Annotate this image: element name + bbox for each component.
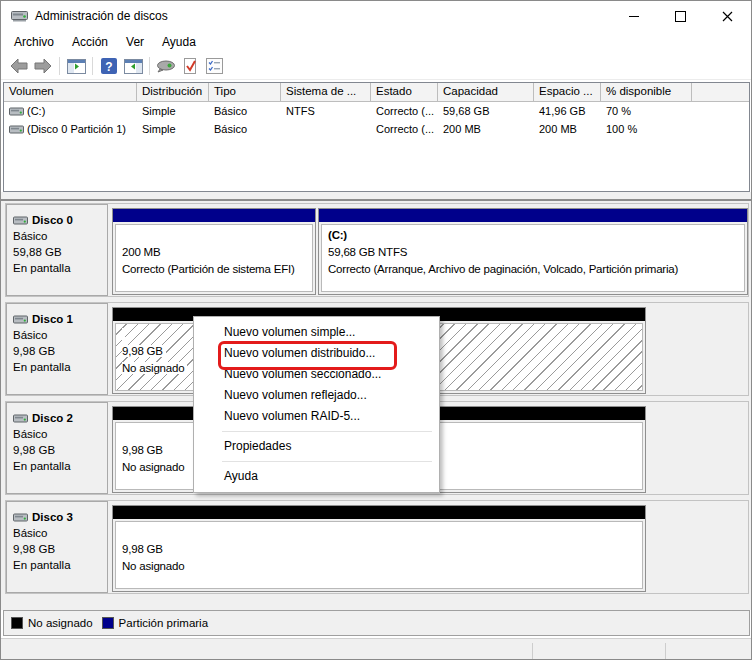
legend-label: No asignado: [28, 617, 93, 629]
partition-efi[interactable]: 200 MB Correcto (Partición de sistema EF…: [112, 208, 316, 295]
cell-volumen: (C:): [27, 105, 45, 117]
svg-text:?: ?: [105, 60, 112, 74]
maximize-icon: [675, 11, 686, 22]
header-estado[interactable]: Estado: [371, 83, 438, 102]
maximize-button[interactable]: [657, 1, 704, 31]
menu-item-nuevo-volumen-raid5[interactable]: Nuevo volumen RAID-5...: [194, 406, 439, 427]
list-options-button[interactable]: [202, 55, 226, 77]
cell-estado: Correcto (...: [371, 123, 438, 135]
legend-label: Partición primaria: [119, 617, 208, 629]
toolbar-separator: [59, 57, 60, 75]
check-document-icon: [181, 58, 199, 74]
table-row[interactable]: (Disco 0 Partición 1) Simple Básico Corr…: [4, 120, 749, 138]
disk-size: 9,98 GB: [13, 442, 107, 458]
menu-separator: [222, 461, 432, 462]
screen-tip-button[interactable]: [154, 55, 178, 77]
cell-capacidad: 59,68 GB: [438, 105, 534, 117]
cell-volumen: (Disco 0 Partición 1): [27, 123, 126, 135]
partition-status: Correcto (Partición de sistema EFI): [122, 261, 312, 278]
minimize-button[interactable]: [610, 1, 657, 31]
menu-ayuda[interactable]: Ayuda: [153, 31, 205, 53]
menu-item-nuevo-volumen-distribuido[interactable]: Nuevo volumen distribuido...: [194, 343, 439, 364]
help-button[interactable]: ?: [97, 55, 121, 77]
minimize-icon: [629, 16, 639, 17]
cell-tipo: Básico: [209, 105, 281, 117]
disk-label-disco-3[interactable]: Disco 3 Básico 9,98 GB En pantalla: [6, 501, 108, 593]
partition-status: No asignado: [122, 558, 642, 575]
forward-icon: [33, 58, 53, 74]
pane-splitter[interactable]: [1, 192, 752, 201]
menu-item-nuevo-volumen-reflejado[interactable]: Nuevo volumen reflejado...: [194, 385, 439, 406]
disk-type: Básico: [13, 426, 107, 442]
disk-label-disco-0[interactable]: Disco 0 Básico 59,88 GB En pantalla: [6, 204, 108, 296]
disk-name: Disco 3: [32, 509, 73, 525]
partition-title: [122, 524, 642, 541]
disk-icon: [13, 216, 28, 225]
partition-size: 59,68 GB NTFS: [328, 244, 744, 261]
menu-item-ayuda[interactable]: Ayuda: [194, 466, 439, 487]
header-sistema[interactable]: Sistema de ...: [281, 83, 371, 102]
cell-disponible: 70 %: [601, 105, 692, 117]
disk-status: En pantalla: [13, 557, 107, 573]
disk-label-disco-1[interactable]: Disco 1 Básico 9,98 GB En pantalla: [6, 303, 108, 395]
legend-bar: No asignado Partición primaria: [3, 610, 750, 636]
volume-icon: [9, 125, 24, 134]
disk-icon: [13, 513, 28, 522]
table-row[interactable]: (C:) Simple Básico NTFS Correcto (... 59…: [4, 102, 749, 120]
header-disponible[interactable]: % disponible: [601, 83, 692, 102]
forward-button[interactable]: [31, 55, 55, 77]
status-bar-separator: [532, 643, 533, 660]
disk-name: Disco 1: [32, 311, 73, 327]
cell-distribucion: Simple: [137, 123, 209, 135]
disk-status: En pantalla: [13, 359, 107, 375]
check-document-button[interactable]: [178, 55, 202, 77]
toolbar-separator: [149, 57, 150, 75]
menu-item-nuevo-volumen-simple[interactable]: Nuevo volumen simple...: [194, 322, 439, 343]
cell-capacidad: 200 MB: [438, 123, 534, 135]
close-icon: [722, 11, 733, 22]
header-espacio[interactable]: Espacio ...: [534, 83, 601, 102]
menu-ver[interactable]: Ver: [117, 31, 153, 53]
unallocated-swatch: [11, 617, 23, 629]
partition-size: 9,98 GB: [122, 541, 642, 558]
volume-list-header: Volumen Distribución Tipo Sistema de ...…: [4, 83, 749, 102]
disk-label-disco-2[interactable]: Disco 2 Básico 9,98 GB En pantalla: [6, 402, 108, 494]
menu-item-nuevo-volumen-seccionado[interactable]: Nuevo volumen seccionado...: [194, 364, 439, 385]
menu-bar: Archivo Acción Ver Ayuda: [1, 31, 751, 53]
partition-c[interactable]: (C:) 59,68 GB NTFS Correcto (Arranque, A…: [318, 208, 748, 295]
back-button[interactable]: [7, 55, 31, 77]
menu-archivo[interactable]: Archivo: [5, 31, 63, 53]
disk-name: Disco 2: [32, 410, 73, 426]
status-bar: [1, 638, 752, 660]
toolbar-separator: [92, 57, 93, 75]
partition-size: 200 MB: [122, 244, 312, 261]
disk-icon: [13, 414, 28, 423]
partition-status: No asignado: [122, 362, 187, 374]
legend-item-unallocated: No asignado: [11, 617, 93, 629]
menu-item-propiedades[interactable]: Propiedades: [194, 436, 439, 457]
partition-unallocated[interactable]: 9,98 GB No asignado: [112, 505, 646, 592]
header-capacidad[interactable]: Capacidad: [438, 83, 534, 102]
unallocated-band: [113, 506, 645, 519]
disk-row-disco-3: Disco 3 Básico 9,98 GB En pantalla 9,98 …: [5, 500, 749, 594]
menu-separator: [222, 431, 432, 432]
menu-accion[interactable]: Acción: [63, 31, 117, 53]
cell-sistema: NTFS: [281, 105, 371, 117]
header-tipo[interactable]: Tipo: [209, 83, 281, 102]
primary-partition-swatch: [102, 617, 114, 629]
help-icon: ?: [101, 58, 117, 74]
disk-status: En pantalla: [13, 260, 107, 276]
primary-partition-band: [319, 209, 747, 222]
action-pane-button[interactable]: [121, 55, 145, 77]
header-filler: [692, 83, 749, 102]
cell-disponible: 100 %: [601, 123, 692, 135]
console-tree-button[interactable]: [64, 55, 88, 77]
header-distribucion[interactable]: Distribución: [137, 83, 209, 102]
toolbar: ?: [1, 53, 751, 80]
status-bar-separator: [665, 643, 666, 660]
header-volumen[interactable]: Volumen: [4, 83, 137, 102]
close-button[interactable]: [704, 1, 751, 31]
list-options-icon: [206, 58, 223, 74]
console-tree-icon: [67, 59, 86, 74]
window-title: Administración de discos: [35, 9, 168, 23]
